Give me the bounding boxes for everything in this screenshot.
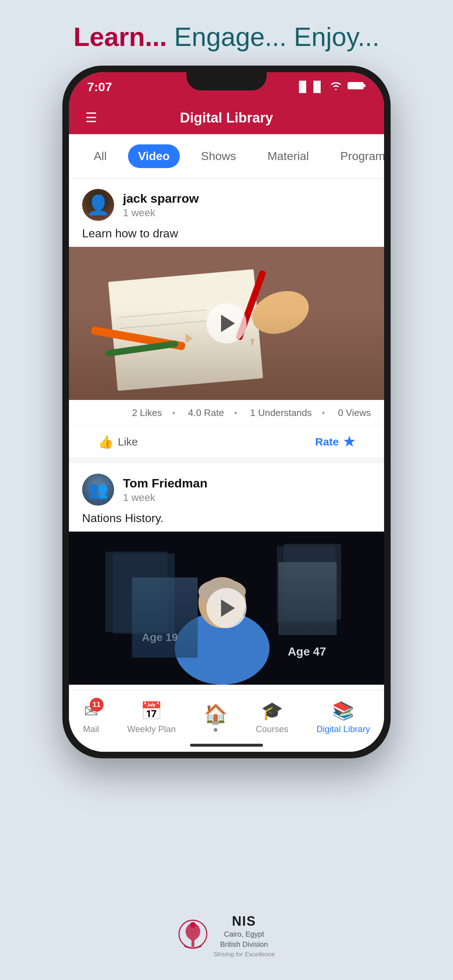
svg-rect-1: [364, 84, 365, 87]
phone-screen: 7:07 ▐▌▐▌ ☰: [69, 72, 384, 752]
wifi-icon: [329, 81, 343, 93]
post-title: Nations History.: [69, 512, 384, 531]
home-dot: [214, 728, 217, 732]
likes-count: 2 Likes: [132, 407, 162, 418]
nis-line2: British Division: [214, 939, 274, 950]
post-actions: 👍 Like Rate ★: [69, 426, 384, 458]
tagline: Learn... Engage... Enjoy...: [0, 22, 453, 52]
svg-rect-0: [348, 83, 363, 89]
post-card: Tom Friedman 1 week Nations History.: [69, 463, 384, 690]
home-icon: 🏠: [204, 703, 228, 725]
nav-mail[interactable]: ✉ 11 Mail: [83, 701, 99, 734]
rate-value: 4.0 Rate: [188, 407, 224, 418]
nis-name: NIS: [214, 914, 274, 929]
tab-video[interactable]: Video: [128, 145, 180, 168]
filter-tabs: All Video Shows Material Programs: [69, 134, 384, 179]
star-icon: ★: [343, 434, 355, 450]
avatar-image: [82, 474, 114, 506]
tab-material[interactable]: Material: [257, 145, 319, 168]
like-label: Like: [118, 436, 138, 448]
post-time: 1 week: [123, 207, 371, 219]
post-author: Tom Friedman: [123, 476, 371, 490]
nav-digital-library[interactable]: 📚 Digital Library: [317, 701, 370, 734]
like-button[interactable]: 👍 Like: [98, 434, 138, 449]
posts-container: jack sparrow 1 week Learn how to draw: [69, 179, 384, 690]
notch: [187, 72, 266, 91]
post-title: Learn how to draw: [69, 227, 384, 247]
post-thumbnail[interactable]: Age 19 Age 47: [69, 531, 384, 685]
nav-digital-library-label: Digital Library: [317, 724, 370, 734]
svg-rect-6: [105, 340, 179, 357]
avatar: [82, 474, 114, 506]
post-time: 1 week: [123, 492, 371, 503]
svg-marker-5: [186, 334, 193, 343]
svg-line-10: [118, 310, 206, 318]
svg-rect-4: [91, 326, 186, 351]
post-author: jack sparrow: [123, 191, 371, 205]
svg-text:Age 47: Age 47: [288, 645, 326, 658]
nav-courses-label: Courses: [256, 724, 288, 734]
understands-count: 1 Understands: [250, 407, 312, 418]
post-meta: Tom Friedman 1 week: [123, 476, 371, 503]
post-header: jack sparrow 1 week: [69, 179, 384, 227]
status-bar: 7:07 ▐▌▐▌: [69, 72, 384, 101]
bottom-nav: ✉ 11 Mail 📅 Weekly Plan 🏠 🎓 Courses 📚 Di…: [69, 690, 384, 752]
post-thumbnail[interactable]: [69, 247, 384, 400]
nav-home[interactable]: 🏠: [204, 703, 228, 732]
tab-programs[interactable]: Programs: [330, 145, 384, 168]
svg-line-11: [120, 321, 207, 328]
post-meta: jack sparrow 1 week: [123, 191, 371, 219]
content-area: All Video Shows Material Programs jack s…: [69, 134, 384, 690]
tab-shows[interactable]: Shows: [191, 145, 246, 168]
hamburger-menu-icon[interactable]: ☰: [85, 111, 97, 124]
nis-line1: Cairo, Egypt: [214, 929, 274, 939]
mail-badge: 11: [90, 698, 104, 712]
svg-marker-9: [250, 339, 255, 347]
thumbs-up-icon: 👍: [98, 434, 113, 449]
play-button[interactable]: [206, 303, 247, 344]
svg-text:Age 19: Age 19: [142, 631, 178, 643]
status-icons: ▐▌▐▌: [295, 81, 366, 93]
avatar: [82, 189, 114, 221]
signal-icon: ▐▌▐▌: [295, 81, 324, 92]
post-card: jack sparrow 1 week Learn how to draw: [69, 179, 384, 458]
avatar-image: [82, 189, 114, 221]
app-bar: ☰ Digital Library: [69, 101, 384, 134]
views-count: 0 Views: [338, 407, 371, 418]
tagline-learn: Learn...: [73, 22, 167, 51]
battery-icon: [348, 81, 366, 93]
tab-all[interactable]: All: [83, 145, 117, 168]
app-title: Digital Library: [180, 110, 273, 126]
phone-frame: 7:07 ▐▌▐▌ ☰: [62, 65, 391, 758]
digital-library-icon: 📚: [332, 701, 354, 721]
nav-courses[interactable]: 🎓 Courses: [256, 701, 288, 734]
nis-tagline: Striving for Excellence: [214, 951, 274, 958]
nav-weekly-plan-label: Weekly Plan: [127, 724, 176, 734]
calendar-icon: 📅: [140, 701, 162, 721]
svg-rect-16: [284, 544, 341, 619]
play-button[interactable]: [206, 588, 247, 628]
tagline-rest: Engage... Enjoy...: [167, 22, 380, 51]
nav-mail-label: Mail: [83, 724, 99, 734]
svg-rect-14: [105, 552, 167, 632]
status-time: 7:07: [87, 80, 112, 94]
post-stats: 1 Likes • 5.0 Rate • 1 Understands • 0 V…: [69, 685, 384, 690]
courses-icon: 🎓: [261, 701, 283, 721]
nav-weekly-plan[interactable]: 📅 Weekly Plan: [127, 701, 176, 734]
post-stats: 2 Likes • 4.0 Rate • 1 Understands • 0 V…: [69, 400, 384, 426]
post-header: Tom Friedman 1 week: [69, 463, 384, 512]
rate-label: Rate: [315, 436, 339, 448]
rate-button[interactable]: Rate ★: [315, 434, 355, 450]
home-indicator: [190, 744, 263, 747]
svg-point-23: [190, 922, 196, 928]
nis-logo: NIS Cairo, Egypt British Division Strivi…: [179, 914, 274, 958]
